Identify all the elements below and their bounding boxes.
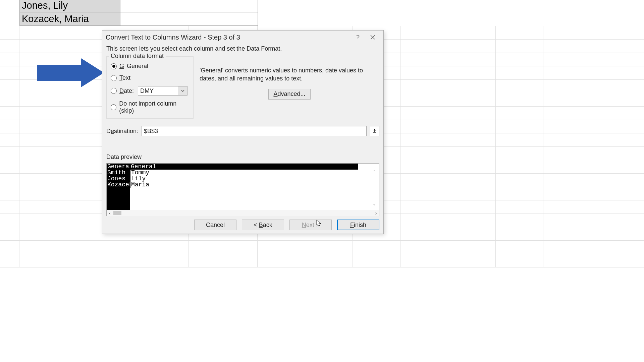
scroll-left-icon: ‹: [107, 210, 113, 216]
preview-cell: Kozacek: [107, 182, 130, 188]
radio-label: Text: [119, 74, 130, 81]
preview-cell: Tommy: [130, 170, 358, 176]
format-hint: 'General' converts numeric values to num…: [200, 66, 379, 83]
cell-empty[interactable]: [120, 12, 189, 26]
wizard-button-row: Cancel < Back< Back Next >Next > FinishF…: [102, 216, 383, 234]
cell-empty[interactable]: [189, 0, 258, 12]
text-to-columns-wizard-dialog: Convert Text to Columns Wizard - Step 3 …: [102, 30, 384, 234]
preview-cell: Jones: [107, 176, 130, 182]
back-button[interactable]: < Back< Back: [242, 220, 284, 230]
preview-header: General: [130, 164, 358, 170]
scroll-right-icon: ›: [373, 210, 379, 216]
radio-icon: [111, 104, 116, 110]
radio-icon: [111, 75, 117, 81]
range-picker-button[interactable]: [370, 126, 379, 136]
collapse-dialog-icon: [372, 129, 377, 133]
cell-data[interactable]: Jones, Lily: [20, 0, 120, 12]
preview-cell: Maria: [130, 182, 358, 188]
scroll-thumb[interactable]: [113, 211, 121, 215]
preview-header: General: [107, 164, 130, 170]
help-button[interactable]: ?: [351, 32, 365, 42]
selected-cells[interactable]: Jones, Lily Kozacek, Maria: [19, 0, 258, 26]
radio-skip[interactable]: Do not import column (skip) Do not impor…: [111, 100, 189, 114]
dialog-titlebar[interactable]: Convert Text to Columns Wizard - Step 3 …: [102, 31, 383, 44]
data-preview[interactable]: General Smith Jones Kozacek General Tomm…: [106, 163, 379, 216]
data-preview-label: Data preview: [106, 154, 379, 161]
radio-label: General: [127, 63, 148, 70]
dialog-title: Convert Text to Columns Wizard - Step 3 …: [106, 34, 240, 41]
advanced-button[interactable]: Advanced...Advanced...: [268, 89, 311, 100]
finish-button[interactable]: FinishFinish: [337, 220, 379, 230]
radio-label: Date:: [119, 87, 134, 95]
destination-input[interactable]: $B$3: [142, 126, 367, 136]
scroll-up-icon: ˄: [373, 170, 378, 175]
radio-label: Do not import column (skip): [119, 100, 189, 114]
date-format-value: DMY: [138, 87, 178, 95]
chevron-down-icon: [178, 86, 187, 95]
close-button[interactable]: [365, 32, 380, 42]
close-icon: [370, 35, 375, 40]
preview-cell: Lily: [130, 176, 358, 182]
callout-arrow-icon: [37, 58, 104, 87]
cell-empty[interactable]: [120, 0, 189, 12]
radio-icon: [111, 88, 117, 94]
preview-column-1[interactable]: General Smith Jones Kozacek: [107, 164, 130, 210]
radio-general[interactable]: G General General: [111, 63, 189, 70]
column-data-format-group: Column data format G General General Tex…: [106, 56, 194, 119]
preview-column-2[interactable]: General Tommy Lily Maria: [130, 164, 358, 210]
date-format-select[interactable]: DMY: [138, 86, 187, 96]
dialog-instruction: This screen lets you select each column …: [106, 45, 379, 52]
preview-vertical-scrollbar[interactable]: ˄ ˅: [373, 170, 378, 209]
preview-cell: Smith: [107, 170, 130, 176]
next-button: Next >Next >: [289, 220, 332, 230]
scroll-down-icon: ˅: [373, 204, 378, 209]
radio-date[interactable]: Date: Date: DMY: [111, 86, 189, 96]
mouse-cursor-icon: [316, 220, 321, 227]
cancel-button[interactable]: Cancel: [194, 220, 236, 230]
group-legend: Column data format: [109, 53, 166, 60]
cell-data[interactable]: Kozacek, Maria: [20, 12, 120, 26]
cell-empty[interactable]: [189, 12, 258, 26]
radio-icon: [111, 63, 117, 69]
destination-label: Destination:: [106, 128, 138, 135]
preview-horizontal-scrollbar[interactable]: ‹ ›: [107, 210, 379, 216]
radio-text[interactable]: Text Text: [111, 74, 189, 81]
